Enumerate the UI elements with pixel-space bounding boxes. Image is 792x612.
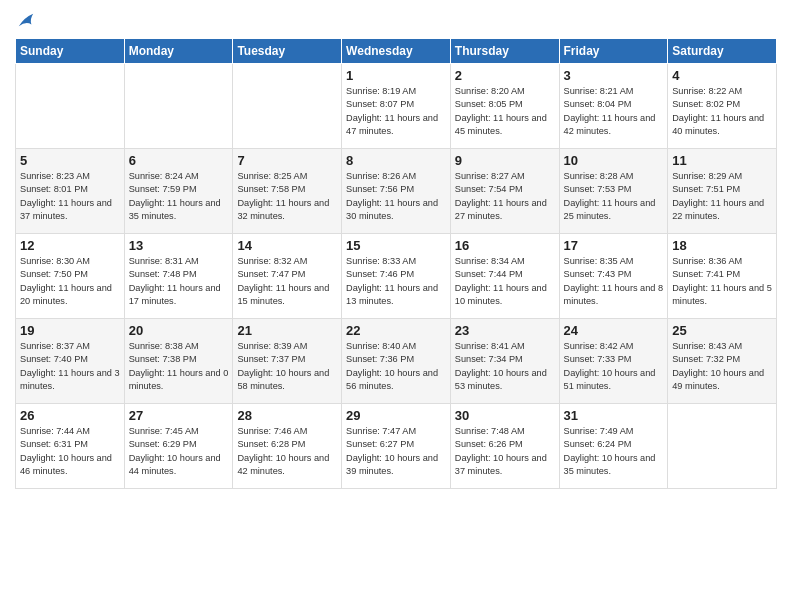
weekday-header-wednesday: Wednesday <box>342 39 451 64</box>
day-info: Sunrise: 8:27 AMSunset: 7:54 PMDaylight:… <box>455 170 555 223</box>
header <box>15 10 777 30</box>
calendar-cell: 14Sunrise: 8:32 AMSunset: 7:47 PMDayligh… <box>233 234 342 319</box>
day-info: Sunrise: 8:35 AMSunset: 7:43 PMDaylight:… <box>564 255 664 308</box>
day-info: Sunrise: 8:41 AMSunset: 7:34 PMDaylight:… <box>455 340 555 393</box>
day-info: Sunrise: 8:31 AMSunset: 7:48 PMDaylight:… <box>129 255 229 308</box>
calendar-cell: 18Sunrise: 8:36 AMSunset: 7:41 PMDayligh… <box>668 234 777 319</box>
calendar-cell: 1Sunrise: 8:19 AMSunset: 8:07 PMDaylight… <box>342 64 451 149</box>
calendar-cell: 26Sunrise: 7:44 AMSunset: 6:31 PMDayligh… <box>16 404 125 489</box>
calendar-cell: 16Sunrise: 8:34 AMSunset: 7:44 PMDayligh… <box>450 234 559 319</box>
weekday-header-friday: Friday <box>559 39 668 64</box>
day-number: 31 <box>564 408 664 423</box>
week-row-4: 19Sunrise: 8:37 AMSunset: 7:40 PMDayligh… <box>16 319 777 404</box>
day-info: Sunrise: 8:19 AMSunset: 8:07 PMDaylight:… <box>346 85 446 138</box>
day-number: 8 <box>346 153 446 168</box>
day-info: Sunrise: 7:45 AMSunset: 6:29 PMDaylight:… <box>129 425 229 478</box>
day-number: 5 <box>20 153 120 168</box>
calendar-cell: 25Sunrise: 8:43 AMSunset: 7:32 PMDayligh… <box>668 319 777 404</box>
calendar-cell: 22Sunrise: 8:40 AMSunset: 7:36 PMDayligh… <box>342 319 451 404</box>
calendar-cell: 8Sunrise: 8:26 AMSunset: 7:56 PMDaylight… <box>342 149 451 234</box>
day-number: 2 <box>455 68 555 83</box>
day-info: Sunrise: 7:49 AMSunset: 6:24 PMDaylight:… <box>564 425 664 478</box>
day-number: 12 <box>20 238 120 253</box>
day-info: Sunrise: 8:30 AMSunset: 7:50 PMDaylight:… <box>20 255 120 308</box>
day-info: Sunrise: 7:46 AMSunset: 6:28 PMDaylight:… <box>237 425 337 478</box>
calendar-cell: 29Sunrise: 7:47 AMSunset: 6:27 PMDayligh… <box>342 404 451 489</box>
day-info: Sunrise: 8:33 AMSunset: 7:46 PMDaylight:… <box>346 255 446 308</box>
day-info: Sunrise: 7:47 AMSunset: 6:27 PMDaylight:… <box>346 425 446 478</box>
day-number: 29 <box>346 408 446 423</box>
day-info: Sunrise: 8:38 AMSunset: 7:38 PMDaylight:… <box>129 340 229 393</box>
day-info: Sunrise: 8:20 AMSunset: 8:05 PMDaylight:… <box>455 85 555 138</box>
calendar-cell: 21Sunrise: 8:39 AMSunset: 7:37 PMDayligh… <box>233 319 342 404</box>
day-number: 22 <box>346 323 446 338</box>
week-row-3: 12Sunrise: 8:30 AMSunset: 7:50 PMDayligh… <box>16 234 777 319</box>
day-number: 19 <box>20 323 120 338</box>
calendar-cell: 20Sunrise: 8:38 AMSunset: 7:38 PMDayligh… <box>124 319 233 404</box>
day-number: 1 <box>346 68 446 83</box>
day-number: 24 <box>564 323 664 338</box>
day-number: 15 <box>346 238 446 253</box>
day-info: Sunrise: 7:48 AMSunset: 6:26 PMDaylight:… <box>455 425 555 478</box>
logo-bird-icon <box>17 10 35 30</box>
day-info: Sunrise: 8:43 AMSunset: 7:32 PMDaylight:… <box>672 340 772 393</box>
day-number: 17 <box>564 238 664 253</box>
day-info: Sunrise: 8:24 AMSunset: 7:59 PMDaylight:… <box>129 170 229 223</box>
calendar-cell: 12Sunrise: 8:30 AMSunset: 7:50 PMDayligh… <box>16 234 125 319</box>
calendar-cell: 15Sunrise: 8:33 AMSunset: 7:46 PMDayligh… <box>342 234 451 319</box>
day-info: Sunrise: 8:23 AMSunset: 8:01 PMDaylight:… <box>20 170 120 223</box>
day-number: 4 <box>672 68 772 83</box>
day-info: Sunrise: 8:39 AMSunset: 7:37 PMDaylight:… <box>237 340 337 393</box>
day-number: 23 <box>455 323 555 338</box>
day-info: Sunrise: 8:22 AMSunset: 8:02 PMDaylight:… <box>672 85 772 138</box>
day-info: Sunrise: 8:34 AMSunset: 7:44 PMDaylight:… <box>455 255 555 308</box>
day-number: 6 <box>129 153 229 168</box>
day-number: 26 <box>20 408 120 423</box>
calendar-cell: 28Sunrise: 7:46 AMSunset: 6:28 PMDayligh… <box>233 404 342 489</box>
day-info: Sunrise: 8:32 AMSunset: 7:47 PMDaylight:… <box>237 255 337 308</box>
day-info: Sunrise: 8:21 AMSunset: 8:04 PMDaylight:… <box>564 85 664 138</box>
calendar-cell: 2Sunrise: 8:20 AMSunset: 8:05 PMDaylight… <box>450 64 559 149</box>
week-row-1: 1Sunrise: 8:19 AMSunset: 8:07 PMDaylight… <box>16 64 777 149</box>
day-info: Sunrise: 8:28 AMSunset: 7:53 PMDaylight:… <box>564 170 664 223</box>
day-number: 13 <box>129 238 229 253</box>
calendar-cell: 19Sunrise: 8:37 AMSunset: 7:40 PMDayligh… <box>16 319 125 404</box>
day-number: 10 <box>564 153 664 168</box>
calendar-cell: 5Sunrise: 8:23 AMSunset: 8:01 PMDaylight… <box>16 149 125 234</box>
calendar-cell <box>16 64 125 149</box>
day-number: 16 <box>455 238 555 253</box>
day-info: Sunrise: 8:25 AMSunset: 7:58 PMDaylight:… <box>237 170 337 223</box>
day-number: 7 <box>237 153 337 168</box>
day-info: Sunrise: 8:26 AMSunset: 7:56 PMDaylight:… <box>346 170 446 223</box>
day-info: Sunrise: 8:40 AMSunset: 7:36 PMDaylight:… <box>346 340 446 393</box>
weekday-header-sunday: Sunday <box>16 39 125 64</box>
calendar-table: SundayMondayTuesdayWednesdayThursdayFrid… <box>15 38 777 489</box>
day-info: Sunrise: 7:44 AMSunset: 6:31 PMDaylight:… <box>20 425 120 478</box>
day-number: 28 <box>237 408 337 423</box>
calendar-cell: 23Sunrise: 8:41 AMSunset: 7:34 PMDayligh… <box>450 319 559 404</box>
day-number: 20 <box>129 323 229 338</box>
weekday-header-monday: Monday <box>124 39 233 64</box>
calendar-cell <box>124 64 233 149</box>
calendar-cell: 17Sunrise: 8:35 AMSunset: 7:43 PMDayligh… <box>559 234 668 319</box>
day-number: 18 <box>672 238 772 253</box>
calendar-cell: 13Sunrise: 8:31 AMSunset: 7:48 PMDayligh… <box>124 234 233 319</box>
calendar-cell <box>668 404 777 489</box>
day-number: 9 <box>455 153 555 168</box>
day-number: 30 <box>455 408 555 423</box>
calendar-cell: 4Sunrise: 8:22 AMSunset: 8:02 PMDaylight… <box>668 64 777 149</box>
weekday-header-saturday: Saturday <box>668 39 777 64</box>
calendar-cell: 6Sunrise: 8:24 AMSunset: 7:59 PMDaylight… <box>124 149 233 234</box>
day-info: Sunrise: 8:29 AMSunset: 7:51 PMDaylight:… <box>672 170 772 223</box>
day-number: 25 <box>672 323 772 338</box>
calendar-cell: 11Sunrise: 8:29 AMSunset: 7:51 PMDayligh… <box>668 149 777 234</box>
weekday-header-row: SundayMondayTuesdayWednesdayThursdayFrid… <box>16 39 777 64</box>
calendar-cell: 10Sunrise: 8:28 AMSunset: 7:53 PMDayligh… <box>559 149 668 234</box>
calendar-cell: 31Sunrise: 7:49 AMSunset: 6:24 PMDayligh… <box>559 404 668 489</box>
day-info: Sunrise: 8:36 AMSunset: 7:41 PMDaylight:… <box>672 255 772 308</box>
day-number: 3 <box>564 68 664 83</box>
calendar-cell <box>233 64 342 149</box>
week-row-2: 5Sunrise: 8:23 AMSunset: 8:01 PMDaylight… <box>16 149 777 234</box>
day-number: 27 <box>129 408 229 423</box>
week-row-5: 26Sunrise: 7:44 AMSunset: 6:31 PMDayligh… <box>16 404 777 489</box>
